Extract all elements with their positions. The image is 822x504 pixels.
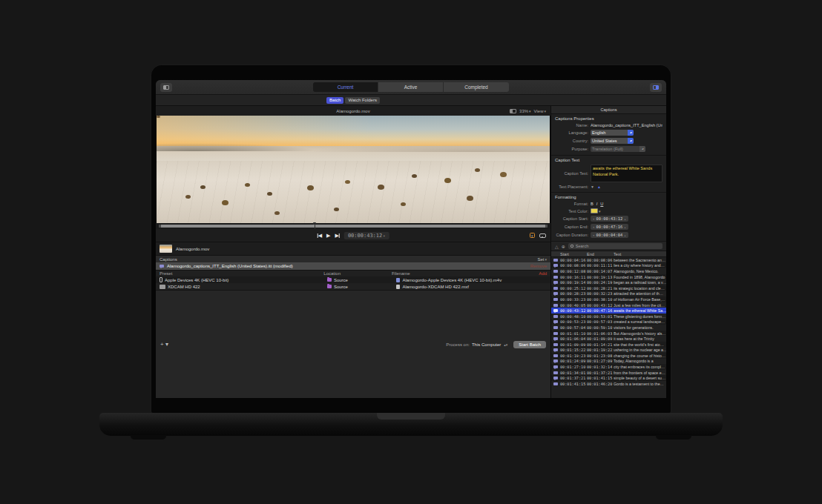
video-frame-white-sands [157,116,550,223]
preset-row[interactable]: XDCAM HD 422 Source Alamogordo-XDCAM HD … [156,283,550,290]
next-frame-button[interactable]: ▶ [335,233,340,239]
timecode-display[interactable]: 00:00:43:12 [344,232,389,239]
zoom-level-control[interactable]: 33% [519,109,531,113]
caption-row[interactable]: 00:00:19:14 00:00:24:19 began as a railr… [551,279,666,285]
set-captions-menu[interactable]: Set [537,257,547,262]
caption-row[interactable]: 00:01:09:09 00:01:14:21 site that the wo… [551,342,666,348]
caption-row[interactable]: 00:00:43:12 00:00:47:16 awaits the ether… [551,308,666,314]
caption-row[interactable]: 00:01:41:15 00:01:46:20 Gordo is a testa… [551,381,666,387]
caption-row[interactable]: 00:00:33:23 00:00:38:10 of Holloman Air … [551,296,666,302]
view-menu[interactable]: View [534,109,546,113]
purpose-select[interactable]: Translation (Full) [591,146,645,152]
compare-view-icon[interactable] [510,109,516,113]
text-column-header: Text [614,252,666,256]
caption-row[interactable]: 00:01:37:21 00:01:41:15 simple beauty of… [551,375,666,381]
inspector-toggle-button[interactable] [650,83,662,92]
caption-row[interactable]: 00:00:12:08 00:00:14:07 Alamogordo, New … [551,268,666,274]
placement-bottom-icon[interactable]: ▼ [591,185,594,189]
viewer-title: Alamogordo.mov [156,109,550,113]
remove-caption-button[interactable]: Remove [530,264,547,268]
caption-row[interactable]: 00:00:53:23 00:00:57:03 created a surrea… [551,319,666,325]
caption-row[interactable]: 00:00:08:06 00:00:11:11 lies a city wher… [551,263,666,269]
italic-button[interactable]: I [596,202,598,206]
caption-end-time: 00:00:57:03 [587,319,614,324]
country-select[interactable]: United States [591,138,634,144]
text-color-swatch[interactable] [591,208,598,213]
bold-button[interactable]: B [591,202,594,206]
playhead[interactable] [315,223,315,229]
tab-watch-folders[interactable]: Watch Folders [345,97,379,104]
search-input[interactable] [568,243,662,249]
caption-start-time: 00:00:12:08 [560,269,587,273]
caption-row[interactable]: 00:01:19:23 00:01:23:08 changing the cou… [551,353,666,359]
caption-file-row[interactable]: Alamogordo_captions_ITT_English (United … [156,262,550,270]
caption-row-icon [553,276,558,279]
caption-overlay-icon[interactable] [539,233,546,238]
preset-name: XDCAM HD 422 [168,285,327,289]
caption-start-time: 00:01:37:21 [560,376,587,380]
caption-row[interactable]: 00:00:25:12 00:00:28:21 its strategic lo… [551,285,666,291]
caption-row-icon [553,304,558,307]
caption-row[interactable]: 00:01:15:22 00:01:19:22 ushering in the … [551,348,666,354]
play-button[interactable]: ▶ [326,233,330,239]
language-select[interactable]: English [591,130,634,136]
timeline-scrubber[interactable] [159,225,548,228]
location-column-header: Location [323,271,392,276]
status-tab[interactable]: Completed [444,82,509,92]
caption-row-icon [553,320,558,323]
laptop-lid-notch [377,413,445,420]
caption-end-time: 00:00:32:23 [587,291,614,296]
caption-end-time: 00:01:23:08 [587,354,614,358]
caption-warning-icon[interactable]: △ [555,244,559,249]
sidebar-toggle-icon [163,85,169,90]
caption-text-preview: awaits the ethereal White Sa… [614,308,666,313]
caption-row[interactable]: 00:00:48:10 00:00:53:01 These glistening… [551,314,666,319]
status-tab[interactable]: Active [378,82,444,92]
output-filename: Alamogordo-XDCAM HD 422.mxf [402,285,547,289]
caption-text-preview: changing the course of histo… [614,354,666,358]
caption-row[interactable]: 00:01:34:01 00:01:37:21 from the frontie… [551,370,666,376]
add-output-button[interactable]: Add [539,271,547,276]
caption-row[interactable]: 00:00:57:04 00:00:59:10 visitors for gen… [551,325,666,331]
text-color-menu-icon[interactable] [598,209,601,213]
add-caption-icon[interactable]: ⊕ [562,244,565,249]
caption-start-stepper[interactable]: 00:00:43:12 [591,216,628,222]
process-on-value[interactable]: This Computer [472,342,501,347]
caption-row-icon [553,315,558,318]
caption-row[interactable]: 00:01:01:10 00:01:06:03 But Alamogordo's… [551,331,666,336]
caption-text-preview: Gordo is a testament to the… [614,382,666,386]
caption-text-preview: began as a railroad town, a v… [614,280,666,285]
sidebar-toggle-button[interactable] [160,83,172,92]
caption-duration-stepper[interactable]: 00:00:04:04 [591,232,628,238]
caption-row[interactable]: 00:00:28:23 00:00:32:23 attracted the at… [551,291,666,297]
caption-text-preview: its strategic location and cle… [614,286,666,291]
window-toolbar: Current Active Completed [156,80,666,95]
underline-button[interactable]: U [600,202,603,206]
caption-row[interactable]: 00:00:16:11 00:00:19:13 Founded in 1898,… [551,274,666,280]
preset-row[interactable]: Apple Devices 4K (HEVC 10-bit) Source Al… [156,276,550,283]
caption-row-icon [553,377,558,379]
tab-batch[interactable]: Batch [326,97,343,104]
caption-text-input[interactable]: awaits the ethereal White Sands National… [591,165,662,182]
marker-icon[interactable] [530,233,535,238]
process-on-stepper-icon[interactable]: ▴▾ [504,342,507,347]
caption-text-preview: lies a city where history and… [614,263,666,268]
add-preset-button[interactable]: + ▾ [160,341,168,348]
caption-row[interactable]: 00:00:40:05 00:00:43:12 Just a few miles… [551,302,666,308]
caption-start-time: 00:01:01:10 [560,331,587,336]
caption-row[interactable]: 00:01:24:09 00:01:27:09 Today, Alamogord… [551,359,666,365]
caption-row[interactable]: 00:01:06:04 00:01:09:09 it was here at t… [551,336,666,342]
caption-end-stepper[interactable]: 00:00:47:16 [591,224,628,230]
batch-source-row[interactable]: Alamogordo.mov [156,242,550,255]
video-canvas[interactable] [156,116,550,223]
preset-device-icon [160,285,165,289]
start-batch-button[interactable]: Start Batch [513,341,546,348]
placement-top-icon[interactable]: ▲ [597,185,601,189]
caption-row[interactable]: 00:00:04:16 00:00:08:06 between the Sacr… [551,257,666,263]
captions-rows: 00:00:04:16 00:00:08:06 between the Sacr… [551,257,666,387]
preset-rows: Apple Devices 4K (HEVC 10-bit) Source Al… [156,276,550,290]
status-tab[interactable]: Current [313,82,378,92]
previous-frame-button[interactable]: ◀ [318,233,322,239]
caption-row[interactable]: 00:01:27:10 00:01:32:14 city that embrac… [551,364,666,370]
caption-end-time: 00:01:27:09 [587,359,614,363]
